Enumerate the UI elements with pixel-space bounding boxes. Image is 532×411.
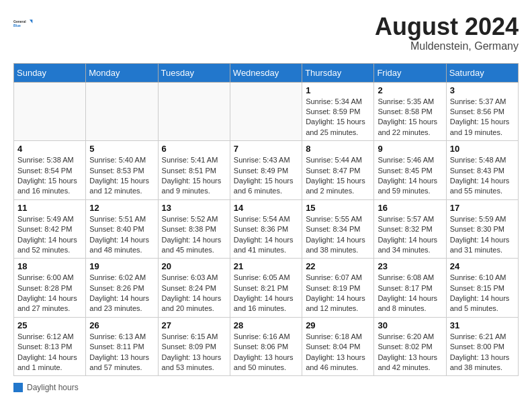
table-row: 2Sunrise: 5:35 AM Sunset: 8:58 PM Daylig…	[374, 82, 446, 141]
table-row: 19Sunrise: 6:02 AM Sunset: 8:26 PM Dayli…	[86, 259, 158, 318]
day-info: Sunrise: 5:55 AM Sunset: 8:34 PM Dayligh…	[306, 214, 370, 256]
day-number: 18	[17, 261, 82, 271]
day-info: Sunrise: 5:40 AM Sunset: 8:53 PM Dayligh…	[89, 155, 154, 197]
day-number: 29	[306, 320, 370, 330]
day-number: 6	[162, 144, 226, 154]
day-info: Sunrise: 5:34 AM Sunset: 8:59 PM Dayligh…	[306, 97, 370, 138]
table-row: 18Sunrise: 6:00 AM Sunset: 8:28 PM Dayli…	[14, 259, 86, 318]
table-row: 5Sunrise: 5:40 AM Sunset: 8:53 PM Daylig…	[86, 141, 158, 200]
day-info: Sunrise: 5:35 AM Sunset: 8:58 PM Dayligh…	[378, 97, 442, 138]
day-number: 21	[234, 261, 298, 271]
day-info: Sunrise: 5:54 AM Sunset: 8:36 PM Dayligh…	[234, 214, 298, 256]
table-row: 17Sunrise: 5:59 AM Sunset: 8:30 PM Dayli…	[446, 199, 518, 259]
day-number: 31	[450, 320, 515, 330]
day-number: 28	[234, 320, 298, 330]
day-info: Sunrise: 6:00 AM Sunset: 8:28 PM Dayligh…	[17, 273, 82, 314]
title-area: August 2024 Muldenstein, Germany	[375, 13, 519, 52]
day-info: Sunrise: 5:51 AM Sunset: 8:40 PM Dayligh…	[89, 214, 154, 256]
table-row: 16Sunrise: 5:57 AM Sunset: 8:32 PM Dayli…	[374, 199, 446, 259]
day-header: Thursday	[302, 63, 374, 82]
day-number: 16	[378, 203, 442, 213]
table-row: 23Sunrise: 6:08 AM Sunset: 8:17 PM Dayli…	[374, 259, 446, 318]
table-row: 28Sunrise: 6:16 AM Sunset: 8:06 PM Dayli…	[230, 317, 302, 376]
table-row: 21Sunrise: 6:05 AM Sunset: 8:21 PM Dayli…	[230, 259, 302, 318]
footer: Daylight hours	[13, 383, 519, 392]
month-title: August 2024	[375, 13, 519, 40]
day-info: Sunrise: 5:38 AM Sunset: 8:54 PM Dayligh…	[17, 155, 82, 197]
day-number: 3	[450, 85, 515, 95]
day-number: 8	[306, 144, 370, 154]
day-info: Sunrise: 6:08 AM Sunset: 8:17 PM Dayligh…	[378, 273, 442, 314]
table-row	[14, 82, 86, 141]
day-info: Sunrise: 6:07 AM Sunset: 8:19 PM Dayligh…	[306, 273, 370, 314]
day-info: Sunrise: 6:20 AM Sunset: 8:02 PM Dayligh…	[378, 332, 442, 373]
table-row: 14Sunrise: 5:54 AM Sunset: 8:36 PM Dayli…	[230, 199, 302, 259]
table-row: 7Sunrise: 5:43 AM Sunset: 8:49 PM Daylig…	[230, 141, 302, 200]
table-row: 9Sunrise: 5:46 AM Sunset: 8:45 PM Daylig…	[374, 141, 446, 200]
day-info: Sunrise: 6:03 AM Sunset: 8:24 PM Dayligh…	[162, 273, 226, 314]
footer-label: Daylight hours	[27, 383, 79, 392]
day-info: Sunrise: 6:18 AM Sunset: 8:04 PM Dayligh…	[306, 332, 370, 373]
day-info: Sunrise: 6:05 AM Sunset: 8:21 PM Dayligh…	[234, 273, 298, 314]
calendar-week-row: 11Sunrise: 5:49 AM Sunset: 8:42 PM Dayli…	[14, 199, 519, 259]
table-row: 6Sunrise: 5:41 AM Sunset: 8:51 PM Daylig…	[158, 141, 230, 200]
calendar-week-row: 18Sunrise: 6:00 AM Sunset: 8:28 PM Dayli…	[14, 259, 519, 318]
table-row: 3Sunrise: 5:37 AM Sunset: 8:56 PM Daylig…	[446, 82, 518, 141]
table-row: 24Sunrise: 6:10 AM Sunset: 8:15 PM Dayli…	[446, 259, 518, 318]
day-header: Saturday	[446, 63, 518, 82]
day-info: Sunrise: 6:16 AM Sunset: 8:06 PM Dayligh…	[234, 332, 298, 373]
table-row	[230, 82, 302, 141]
svg-text:General: General	[13, 19, 26, 24]
day-number: 14	[234, 203, 298, 213]
day-number: 9	[378, 144, 442, 154]
day-info: Sunrise: 5:44 AM Sunset: 8:47 PM Dayligh…	[306, 155, 370, 197]
day-number: 19	[89, 261, 154, 271]
day-info: Sunrise: 5:46 AM Sunset: 8:45 PM Dayligh…	[378, 155, 442, 197]
day-number: 30	[378, 320, 442, 330]
table-row: 27Sunrise: 6:15 AM Sunset: 8:09 PM Dayli…	[158, 317, 230, 376]
day-info: Sunrise: 5:37 AM Sunset: 8:56 PM Dayligh…	[450, 97, 515, 138]
day-number: 20	[162, 261, 226, 271]
day-header: Tuesday	[158, 63, 230, 82]
table-row: 12Sunrise: 5:51 AM Sunset: 8:40 PM Dayli…	[86, 199, 158, 259]
day-info: Sunrise: 5:43 AM Sunset: 8:49 PM Dayligh…	[234, 155, 298, 197]
day-header: Wednesday	[230, 63, 302, 82]
table-row: 20Sunrise: 6:03 AM Sunset: 8:24 PM Dayli…	[158, 259, 230, 318]
day-info: Sunrise: 5:41 AM Sunset: 8:51 PM Dayligh…	[162, 155, 226, 197]
table-row: 26Sunrise: 6:13 AM Sunset: 8:11 PM Dayli…	[86, 317, 158, 376]
day-info: Sunrise: 6:13 AM Sunset: 8:11 PM Dayligh…	[89, 332, 154, 373]
day-info: Sunrise: 5:52 AM Sunset: 8:38 PM Dayligh…	[162, 214, 226, 256]
table-row	[158, 82, 230, 141]
day-number: 27	[162, 320, 226, 330]
calendar-week-row: 25Sunrise: 6:12 AM Sunset: 8:13 PM Dayli…	[14, 317, 519, 376]
day-info: Sunrise: 6:21 AM Sunset: 8:00 PM Dayligh…	[450, 332, 515, 373]
table-row	[86, 82, 158, 141]
day-number: 11	[17, 203, 82, 213]
day-number: 2	[378, 85, 442, 95]
day-number: 12	[89, 203, 154, 213]
day-info: Sunrise: 6:12 AM Sunset: 8:13 PM Dayligh…	[17, 332, 82, 373]
day-number: 24	[450, 261, 515, 271]
day-number: 17	[450, 203, 515, 213]
calendar-week-row: 1Sunrise: 5:34 AM Sunset: 8:59 PM Daylig…	[14, 82, 519, 141]
table-row: 4Sunrise: 5:38 AM Sunset: 8:54 PM Daylig…	[14, 141, 86, 200]
table-row: 30Sunrise: 6:20 AM Sunset: 8:02 PM Dayli…	[374, 317, 446, 376]
page-header: GeneralBlue August 2024 Muldenstein, Ger…	[13, 13, 519, 52]
day-info: Sunrise: 5:59 AM Sunset: 8:30 PM Dayligh…	[450, 214, 515, 256]
day-header: Friday	[374, 63, 446, 82]
logo: GeneralBlue	[13, 13, 34, 34]
day-info: Sunrise: 5:57 AM Sunset: 8:32 PM Dayligh…	[378, 214, 442, 256]
calendar-table: SundayMondayTuesdayWednesdayThursdayFrid…	[13, 63, 519, 377]
day-info: Sunrise: 5:48 AM Sunset: 8:43 PM Dayligh…	[450, 155, 515, 197]
day-number: 5	[89, 144, 154, 154]
day-number: 13	[162, 203, 226, 213]
day-info: Sunrise: 5:49 AM Sunset: 8:42 PM Dayligh…	[17, 214, 82, 256]
calendar-week-row: 4Sunrise: 5:38 AM Sunset: 8:54 PM Daylig…	[14, 141, 519, 200]
day-number: 1	[306, 85, 370, 95]
table-row: 11Sunrise: 5:49 AM Sunset: 8:42 PM Dayli…	[14, 199, 86, 259]
location-subtitle: Muldenstein, Germany	[375, 40, 519, 52]
svg-marker-2	[30, 19, 32, 23]
day-number: 25	[17, 320, 82, 330]
table-row: 22Sunrise: 6:07 AM Sunset: 8:19 PM Dayli…	[302, 259, 374, 318]
table-row: 15Sunrise: 5:55 AM Sunset: 8:34 PM Dayli…	[302, 199, 374, 259]
